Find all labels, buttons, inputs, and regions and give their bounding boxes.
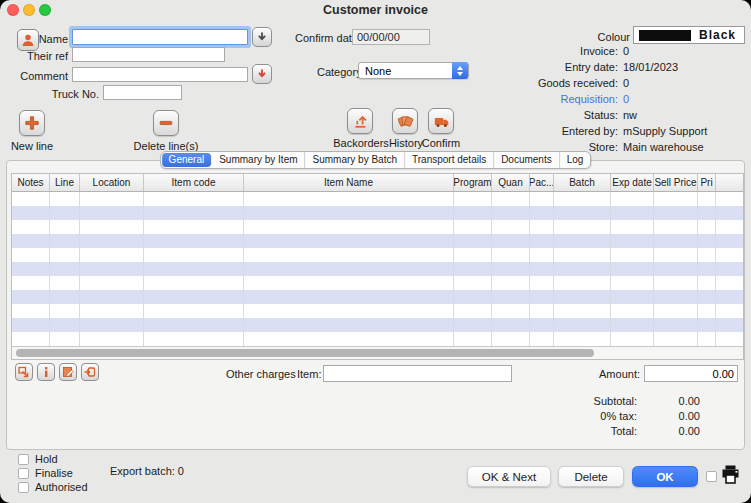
truck-no-input[interactable] [103, 85, 182, 100]
table-row[interactable] [12, 262, 743, 276]
table-cell [654, 290, 698, 304]
detail-value: 18/01/2023 [623, 61, 678, 72]
colour-picker[interactable]: Black [633, 26, 745, 44]
table-cell [12, 290, 50, 304]
table-cell [12, 206, 50, 220]
table-cell-filler [716, 234, 743, 248]
table-cell [244, 318, 454, 332]
column-header-program[interactable]: Program [454, 174, 492, 191]
their-ref-input[interactable] [72, 47, 225, 62]
comment-label: Comment [0, 70, 68, 82]
edit-note-button[interactable] [59, 363, 77, 381]
authorised-checkbox[interactable] [18, 482, 29, 493]
table-cell [244, 262, 454, 276]
table-row[interactable] [12, 304, 743, 318]
table-cell [80, 318, 144, 332]
column-header-pri[interactable]: Pri [698, 174, 716, 191]
table-row[interactable] [12, 332, 743, 346]
table-cell [698, 304, 716, 318]
table-row[interactable] [12, 192, 743, 206]
table-cell [698, 290, 716, 304]
name-input[interactable] [72, 29, 248, 45]
delete-lines-button[interactable] [153, 110, 179, 136]
table-row[interactable] [12, 276, 743, 290]
column-header-location[interactable]: Location [80, 174, 144, 191]
table-cell [244, 290, 454, 304]
horizontal-scrollbar-thumb[interactable] [16, 349, 594, 357]
finalise-checkbox[interactable] [18, 468, 29, 479]
footer-check-row: Authorised [18, 480, 88, 494]
history-button[interactable] [392, 108, 418, 134]
table-row[interactable] [12, 220, 743, 234]
other-charges-item-input[interactable] [323, 365, 512, 382]
printer-icon [719, 463, 742, 486]
table-cell [654, 220, 698, 234]
column-header-notes[interactable]: Notes [12, 174, 50, 191]
export-box-button[interactable] [81, 363, 99, 381]
amount-input[interactable] [644, 365, 738, 382]
table-cell [554, 262, 611, 276]
column-header-sell-price[interactable]: Sell Price [654, 174, 698, 191]
category-value: None [365, 65, 391, 77]
table-row[interactable] [12, 234, 743, 248]
tab-general[interactable]: General [162, 153, 212, 167]
confirm-button[interactable] [428, 108, 454, 134]
table-cell [698, 206, 716, 220]
table-cell [492, 192, 530, 206]
new-line-button[interactable] [19, 110, 45, 136]
delete-button[interactable]: Delete [558, 466, 624, 487]
table-cell [144, 192, 244, 206]
table-row[interactable] [12, 248, 743, 262]
table-cell-filler [716, 318, 743, 332]
name-dropdown-button[interactable] [252, 27, 272, 47]
invoice-detail-row: Requisition:0 [500, 93, 745, 104]
table-cell-filler [716, 290, 743, 304]
column-header-exp-date[interactable]: Exp date [611, 174, 654, 191]
table-cell [530, 276, 554, 290]
name-label: Name [0, 33, 68, 45]
comment-dropdown-button[interactable] [252, 64, 272, 84]
column-header-item-name[interactable]: Item Name [244, 174, 454, 191]
table-row[interactable] [12, 206, 743, 220]
table-cell [80, 234, 144, 248]
tab-summary-by-batch[interactable]: Summary by Batch [305, 152, 404, 168]
invoice-detail-row: Entered by:mSupply Support [500, 125, 745, 136]
backorders-button[interactable] [347, 108, 373, 134]
table-cell [492, 262, 530, 276]
table-cell [698, 318, 716, 332]
print-button[interactable] [719, 463, 742, 486]
detail-value: 0 [623, 45, 629, 56]
table-cell [80, 332, 144, 346]
column-header-item-code[interactable]: Item code [144, 174, 244, 191]
column-header-quan[interactable]: Quan [492, 174, 530, 191]
table-cell [144, 318, 244, 332]
grid-arrow-button[interactable] [15, 363, 33, 381]
tab-transport-details[interactable]: Transport details [404, 152, 493, 168]
column-header-pac-[interactable]: Pac... [530, 174, 554, 191]
table-cell [492, 248, 530, 262]
comment-input[interactable] [72, 67, 248, 82]
detail-value[interactable]: 0 [623, 93, 629, 104]
confirm-date-value: 00/00/00 [352, 29, 430, 45]
info-button[interactable] [37, 363, 55, 381]
tab-log[interactable]: Log [559, 152, 591, 168]
table-cell [12, 248, 50, 262]
hold-checkbox[interactable] [18, 454, 29, 465]
tab-summary-by-item[interactable]: Summary by Item [212, 152, 304, 168]
table-cell [611, 304, 654, 318]
table-cell [50, 234, 80, 248]
category-select[interactable]: None [358, 62, 469, 79]
table-cell [611, 248, 654, 262]
column-header-line[interactable]: Line [50, 174, 80, 191]
table-row[interactable] [12, 290, 743, 304]
tab-documents[interactable]: Documents [493, 152, 559, 168]
ok-next-button[interactable]: OK & Next [467, 466, 551, 487]
table-cell [492, 234, 530, 248]
print-checkbox[interactable] [706, 471, 717, 482]
table-row[interactable] [12, 318, 743, 332]
horizontal-scrollbar[interactable] [12, 346, 743, 359]
table-cell [611, 192, 654, 206]
column-header-batch[interactable]: Batch [554, 174, 611, 191]
ok-button[interactable]: OK [632, 466, 698, 487]
table-cell [654, 332, 698, 346]
